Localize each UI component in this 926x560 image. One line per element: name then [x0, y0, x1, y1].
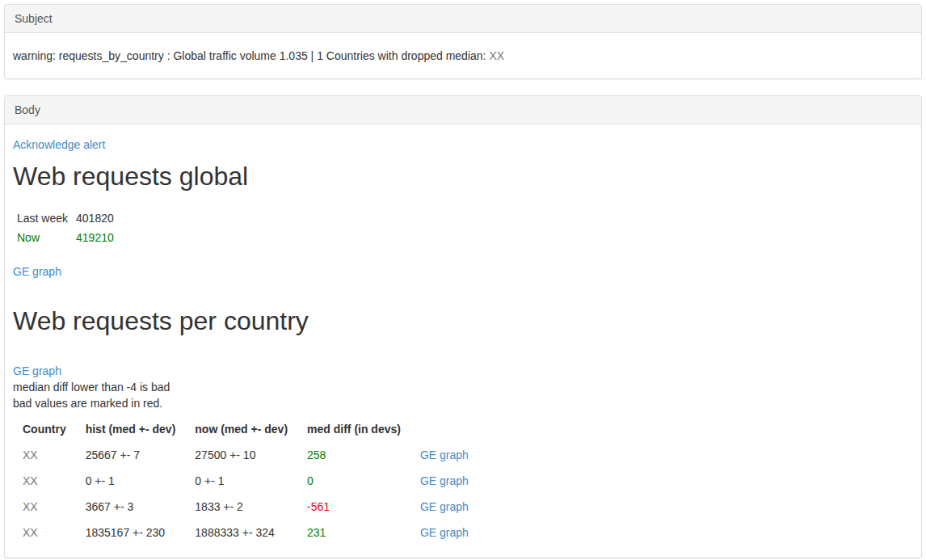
subject-panel-header: Subject [5, 5, 921, 33]
page: Subject warning: requests_by_country : G… [0, 0, 926, 560]
row-ge-graph-link[interactable]: GE graph [420, 526, 469, 539]
cell-now: 1888333 +- 324 [185, 520, 297, 545]
note-bad-values: bad values are marked in red. [13, 397, 162, 410]
stat-label: Now [13, 228, 72, 247]
cell-country: XX [13, 442, 76, 468]
global-section-heading: Web requests global [13, 162, 913, 191]
row-ge-graph-link[interactable]: GE graph [420, 474, 469, 487]
global-ge-graph-link[interactable]: GE graph [13, 265, 61, 278]
row-ge-graph-link[interactable]: GE graph [420, 448, 469, 461]
subject-panel: Subject warning: requests_by_country : G… [4, 4, 922, 79]
acknowledge-alert-link[interactable]: Acknowledge alert [13, 138, 105, 151]
country-table: Country hist (med +- dev) now (med +- de… [13, 416, 478, 545]
note-median-diff: median diff lower than -4 is bad [13, 381, 170, 394]
cell-med-diff: 0 [297, 468, 410, 494]
cell-med-diff: 231 [297, 520, 410, 545]
global-graph-paragraph: GE graph [13, 263, 913, 280]
col-header-graph [410, 416, 478, 442]
cell-now: 0 +- 1 [185, 468, 297, 494]
table-row: XX 25667 +- 7 27500 +- 10 258 GE graph [13, 442, 478, 468]
col-header-hist: hist (med +- dev) [76, 416, 186, 442]
cell-med-diff: -561 [297, 494, 410, 520]
stat-label: Last week [13, 208, 72, 228]
stat-value: 401820 [72, 208, 118, 228]
cell-hist: 0 +- 1 [76, 468, 186, 494]
table-row: XX 3667 +- 3 1833 +- 2 -561 GE graph [13, 494, 478, 520]
country-section-heading: Web requests per country [13, 307, 913, 335]
table-row: Now 419210 [13, 228, 118, 247]
country-ge-graph-link[interactable]: GE graph [13, 364, 61, 377]
table-row: XX 0 +- 1 0 +- 1 0 GE graph [13, 468, 478, 494]
row-ge-graph-link[interactable]: GE graph [420, 500, 469, 513]
body-panel-header: Body [5, 96, 921, 124]
table-row: XX 1835167 +- 230 1888333 +- 324 231 GE … [13, 520, 478, 545]
cell-med-diff: 258 [297, 442, 410, 468]
stat-value: 419210 [72, 228, 118, 247]
cell-country: XX [13, 494, 76, 520]
subject-masked-country: XX [489, 49, 504, 62]
col-header-now: now (med +- dev) [185, 416, 297, 442]
cell-hist: 1835167 +- 230 [76, 520, 186, 545]
cell-hist: 3667 +- 3 [76, 494, 186, 520]
cell-graph-link: GE graph [410, 468, 478, 494]
body-panel: Body Acknowledge alert Web requests glob… [4, 95, 922, 558]
cell-now: 27500 +- 10 [185, 442, 297, 468]
subject-message: warning: requests_by_country : Global tr… [13, 49, 489, 62]
country-table-header-row: Country hist (med +- dev) now (med +- de… [13, 416, 478, 442]
global-stats-table: Last week 401820 Now 419210 [13, 208, 118, 247]
col-header-med-diff: med diff (in devs) [297, 416, 410, 442]
table-row: Last week 401820 [13, 208, 118, 228]
body-panel-body: Acknowledge alert Web requests global La… [5, 124, 921, 558]
cell-now: 1833 +- 2 [185, 494, 297, 520]
cell-hist: 25667 +- 7 [76, 442, 186, 468]
cell-graph-link: GE graph [410, 494, 478, 520]
cell-country: XX [13, 468, 76, 494]
country-notes: GE graph median diff lower than -4 is ba… [13, 363, 913, 411]
cell-country: XX [13, 520, 76, 545]
subject-panel-body: warning: requests_by_country : Global tr… [5, 33, 921, 78]
col-header-country: Country [13, 416, 76, 442]
acknowledge-paragraph: Acknowledge alert [13, 137, 913, 153]
cell-graph-link: GE graph [410, 442, 478, 468]
cell-graph-link: GE graph [410, 520, 478, 545]
